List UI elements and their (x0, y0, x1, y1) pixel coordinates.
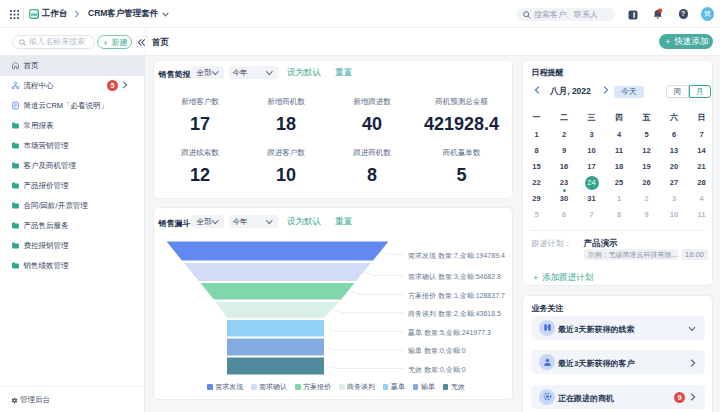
svg-text:赢单 数量:5,金额:241977.3: 赢单 数量:5,金额:241977.3 (408, 329, 491, 337)
svg-text:无效 数量:0,金额:0: 无效 数量:0,金额:0 (408, 366, 466, 374)
svg-text:输单 数量:0,金额:0: 输单 数量:0,金额:0 (408, 347, 466, 355)
svg-text:商务谈判 数量:2,金额:43618.5: 商务谈判 数量:2,金额:43618.5 (407, 310, 501, 318)
svg-text:方案报价 数量:1,金额:128837.7: 方案报价 数量:1,金额:128837.7 (408, 291, 505, 300)
svg-text:需求确认 数量:3,金额:54682.8: 需求确认 数量:3,金额:54682.8 (408, 273, 501, 281)
svg-text:需求发现 数量:7,金额:194789.4: 需求发现 数量:7,金额:194789.4 (408, 252, 505, 260)
